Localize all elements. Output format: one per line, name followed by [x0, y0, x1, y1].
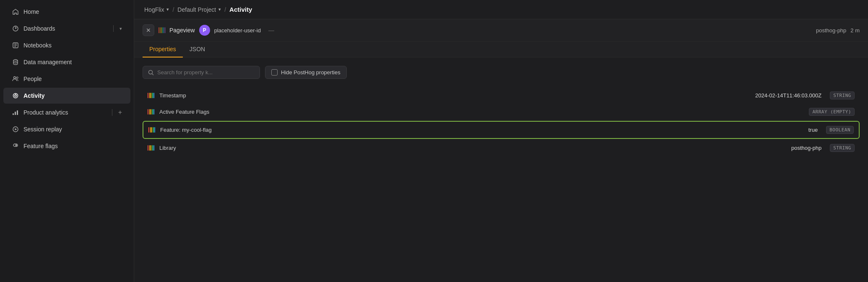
close-button[interactable]: ✕ — [143, 24, 154, 36]
people-icon — [12, 75, 19, 83]
user-id: placeholder-user-id — [214, 27, 261, 34]
hide-posthog-properties-button[interactable]: Hide PostHog properties — [265, 66, 347, 79]
svg-point-6 — [14, 77, 16, 79]
svg-point-16 — [16, 144, 17, 146]
event-dash: — — [268, 27, 274, 34]
product-analytics-icon — [12, 109, 19, 116]
breadcrumb-org[interactable]: HogFlix — [144, 6, 164, 13]
svg-rect-12 — [17, 110, 18, 115]
property-name-feature-my-cool-flag: Feature: my-cool-flag — [160, 127, 803, 133]
user-avatar: P — [199, 25, 210, 36]
svg-rect-10 — [13, 113, 14, 115]
activity-icon — [12, 92, 19, 99]
property-type-active-feature-flags: ARRAY (EMPTY) — [809, 108, 855, 116]
sidebar-item-label-session-replay: Session replay — [23, 126, 122, 133]
sidebar-item-people[interactable]: People — [3, 71, 130, 87]
chevron-down-icon: ▾ — [120, 26, 122, 31]
tab-json[interactable]: JSON — [183, 42, 212, 57]
sidebar: Home Dashboards ▾ Notebooks — [0, 0, 134, 282]
tab-properties[interactable]: Properties — [143, 42, 183, 57]
property-type-feature-my-cool-flag: BOOLEAN — [826, 126, 854, 134]
filter-checkbox — [271, 69, 278, 76]
property-value-library: posthog-php — [791, 145, 821, 151]
search-box[interactable] — [143, 66, 260, 79]
dashboards-icon — [12, 25, 19, 32]
divider — [113, 25, 114, 32]
breadcrumb-sep-1: / — [172, 6, 174, 13]
property-value-timestamp: 2024-02-14T11:46:03.000Z — [755, 92, 821, 99]
sidebar-item-dashboards[interactable]: Dashboards ▾ — [3, 21, 130, 37]
property-icon-timestamp — [148, 92, 154, 99]
svg-rect-11 — [15, 112, 16, 115]
sidebar-item-home[interactable]: Home — [3, 4, 130, 20]
main-content: HogFlix ▾ / Default Project ▾ / Activity… — [134, 0, 868, 282]
notebooks-icon — [12, 42, 19, 49]
event-more: 2 m — [850, 27, 860, 34]
property-icon-active-feature-flags — [148, 109, 154, 115]
sidebar-item-label-notebooks: Notebooks — [23, 42, 122, 49]
add-icon[interactable]: + — [118, 109, 122, 116]
sidebar-item-label-people: People — [23, 76, 122, 82]
property-name-timestamp: Timestamp — [159, 92, 750, 99]
sidebar-item-feature-flags[interactable]: Feature flags — [3, 138, 130, 154]
properties-table: Timestamp 2024-02-14T11:46:03.000Z STRIN… — [143, 87, 860, 156]
sidebar-item-data-management[interactable]: Data management — [3, 54, 130, 70]
svg-point-5 — [13, 60, 18, 61]
property-row-library: Library posthog-php STRING — [143, 140, 860, 156]
breadcrumb-org-dropdown[interactable]: ▾ — [166, 7, 169, 12]
search-icon — [148, 70, 154, 76]
svg-marker-14 — [15, 128, 17, 131]
breadcrumb-project-dropdown[interactable]: ▾ — [218, 7, 221, 12]
properties-content: Hide PostHog properties Timestamp 2024-0… — [134, 57, 868, 282]
breadcrumb-sep-2: / — [224, 6, 226, 13]
property-row-feature-my-cool-flag: Feature: my-cool-flag true BOOLEAN — [143, 121, 860, 139]
sidebar-item-label-data-management: Data management — [23, 59, 122, 65]
event-name: Pageview — [169, 27, 195, 34]
svg-line-18 — [152, 73, 153, 75]
sidebar-item-label-home: Home — [23, 8, 122, 15]
sidebar-item-label-feature-flags: Feature flags — [23, 143, 122, 149]
home-icon — [12, 8, 19, 16]
sidebar-item-notebooks[interactable]: Notebooks — [3, 37, 130, 53]
search-input[interactable] — [157, 69, 255, 76]
breadcrumb-project[interactable]: Default Project — [177, 6, 216, 13]
property-icon-feature-my-cool-flag — [148, 127, 155, 133]
data-management-icon — [12, 58, 19, 66]
svg-point-7 — [16, 77, 18, 78]
sidebar-item-label-product-analytics: Product analytics — [23, 109, 106, 116]
sidebar-item-label-dashboards: Dashboards — [23, 25, 107, 32]
event-library: posthog-php — [816, 27, 846, 34]
sidebar-item-activity[interactable]: Activity — [3, 88, 130, 104]
property-icon-library — [148, 145, 154, 151]
feature-flags-icon — [12, 142, 19, 150]
sidebar-item-product-analytics[interactable]: Product analytics + — [3, 104, 130, 120]
property-row-timestamp: Timestamp 2024-02-14T11:46:03.000Z STRIN… — [143, 87, 860, 104]
divider — [112, 109, 112, 116]
event-header: ✕ Pageview P placeholder-user-id — posth… — [134, 19, 868, 42]
property-name-library: Library — [159, 145, 786, 151]
property-value-feature-my-cool-flag: true — [808, 127, 818, 133]
session-replay-icon — [12, 125, 19, 133]
sidebar-item-label-activity: Activity — [23, 92, 122, 99]
property-name-active-feature-flags: Active Feature Flags — [159, 109, 795, 115]
property-type-library: STRING — [830, 144, 855, 152]
breadcrumb-bar: HogFlix ▾ / Default Project ▾ / Activity — [134, 0, 868, 19]
property-row-active-feature-flags: Active Feature Flags ARRAY (EMPTY) — [143, 104, 860, 120]
event-rainbow-icon — [159, 27, 165, 34]
tabs-bar: Properties JSON — [134, 42, 868, 57]
breadcrumb-page: Activity — [229, 6, 252, 13]
search-row: Hide PostHog properties — [143, 66, 860, 79]
sidebar-item-session-replay[interactable]: Session replay — [3, 121, 130, 137]
property-type-timestamp: STRING — [830, 91, 855, 99]
filter-label: Hide PostHog properties — [281, 69, 340, 76]
